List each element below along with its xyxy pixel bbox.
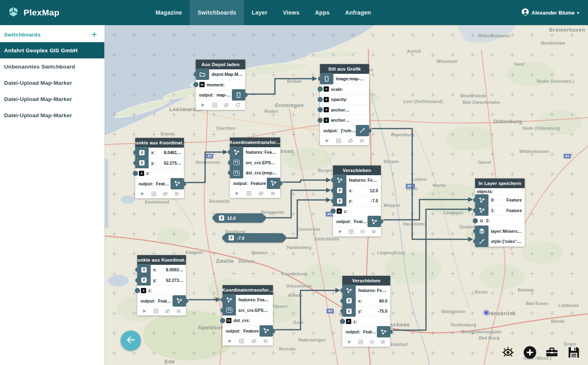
- row-value[interactable]: Map-M…: [225, 72, 245, 77]
- row-value[interactable]: 8.0481…: [164, 150, 184, 155]
- port-text-in[interactable]: T1: [223, 305, 236, 316]
- list-icon[interactable]: [380, 339, 386, 345]
- row-value[interactable]: Feature: [354, 219, 368, 224]
- row-value[interactable]: Feature: [377, 288, 390, 293]
- row-value[interactable]: 52.273…: [166, 278, 186, 283]
- port-hash-in[interactable]: #: [318, 118, 329, 123]
- port-hash-in[interactable]: #: [137, 264, 151, 275]
- node-title[interactable]: Punkte aus Koordinat…: [137, 255, 186, 265]
- port-feature-in[interactable]: [223, 294, 236, 305]
- port-folder-in[interactable]: [196, 69, 209, 80]
- row-value[interactable]: Feature: [158, 298, 173, 303]
- switchboard-canvas[interactable]: BremerhavenWilhelmshavenNordenhamAurichW…: [104, 25, 588, 365]
- list-icon[interactable]: [263, 338, 268, 344]
- nav-item-anfragen[interactable]: Anfragen: [337, 0, 379, 25]
- play-icon[interactable]: [227, 338, 233, 344]
- node-versch2[interactable]: Verschiebenfeatures:Feature#x:80.0#y:-75…: [342, 276, 390, 347]
- port-hash-in[interactable]: #: [331, 208, 342, 214]
- port-feature-out[interactable]: [259, 325, 273, 337]
- port-feature-in[interactable]: [230, 146, 243, 158]
- node-title[interactable]: Punkte aus Koordinat…: [135, 138, 184, 148]
- port-feature-in[interactable]: [475, 194, 489, 206]
- port-text-in[interactable]: T1: [230, 157, 243, 168]
- row-value[interactable]: -7.0: [371, 198, 381, 203]
- port-text-in[interactable]: T1: [230, 167, 243, 178]
- toolbox-button[interactable]: [545, 346, 559, 359]
- port-brush-out[interactable]: [356, 125, 369, 136]
- list-icon[interactable]: [174, 191, 179, 197]
- add-node-button[interactable]: [523, 346, 537, 359]
- port-feature-out[interactable]: [171, 178, 184, 189]
- sidebar-item[interactable]: Datei-Upload Map-Marker: [0, 107, 104, 123]
- back-button[interactable]: [121, 331, 141, 351]
- list-icon[interactable]: [176, 308, 182, 314]
- sidebar-item[interactable]: Datei-Upload Map-Marker: [0, 91, 104, 107]
- row-value[interactable]: Feature: [264, 150, 280, 155]
- node-title[interactable]: Stil aus Grafik: [320, 64, 369, 74]
- port-feature-out[interactable]: [377, 326, 390, 337]
- port-feature-out[interactable]: [267, 178, 280, 189]
- play-icon[interactable]: [200, 102, 206, 108]
- box-icon[interactable]: [212, 102, 218, 108]
- port-ring-in[interactable]: [473, 218, 484, 223]
- row-value[interactable]: Feature: [506, 198, 525, 202]
- port-file-in[interactable]: [320, 73, 333, 84]
- nav-item-switchboards[interactable]: Switchboards: [190, 0, 244, 25]
- port-hash-in[interactable]: #: [135, 147, 149, 158]
- play-icon[interactable]: [142, 308, 147, 314]
- eye-icon[interactable]: [369, 339, 375, 345]
- port-hash-in[interactable]: #: [135, 157, 149, 169]
- port-file-out[interactable]: [232, 89, 245, 101]
- row-value[interactable]: map-m…: [350, 76, 369, 81]
- port-hash-in[interactable]: #: [135, 288, 146, 293]
- nav-item-layer[interactable]: Layer: [244, 0, 275, 25]
- row-value[interactable]: Feature: [156, 181, 171, 186]
- box-icon[interactable]: [348, 229, 354, 234]
- row-value[interactable]: {'rules':…: [341, 128, 356, 133]
- play-icon[interactable]: [140, 191, 145, 197]
- row-value[interactable]: Feature: [251, 181, 266, 186]
- node-title[interactable]: In Layer speichern: [475, 178, 525, 188]
- eye-off-icon[interactable]: [223, 102, 229, 108]
- row-value[interactable]: 80.0: [379, 298, 390, 303]
- row-value[interactable]: Feature: [506, 208, 525, 213]
- eye-off-icon[interactable]: [164, 308, 170, 314]
- row-value[interactable]: EPSG:…: [255, 308, 273, 313]
- node-punkte2[interactable]: Punkte aus Koordinat…#x:8.0592…#y:52.273…: [137, 255, 186, 316]
- box-icon[interactable]: [246, 191, 252, 196]
- node-versch1[interactable]: Verschiebenfeatures:Feature#x:12.0#y:-7.…: [333, 165, 381, 236]
- eye-off-icon[interactable]: [348, 138, 353, 144]
- node-title[interactable]: Koordinatentransfor…: [230, 137, 280, 147]
- eye-off-icon[interactable]: [251, 338, 257, 344]
- row-value[interactable]: 12.0: [370, 188, 381, 193]
- sidebar-item[interactable]: Datei-Upload Map-Marker: [0, 75, 104, 91]
- nav-item-apps[interactable]: Apps: [307, 0, 337, 25]
- node-title[interactable]: Koordinatentransfor…: [223, 285, 273, 295]
- port-hash-in[interactable]: #: [342, 295, 356, 307]
- nav-item-views[interactable]: Views: [275, 0, 307, 25]
- node-title[interactable]: Aus Depot laden: [196, 60, 245, 69]
- value-chip[interactable]: #12.0: [214, 213, 264, 223]
- value-chip[interactable]: #-7.0: [224, 233, 284, 243]
- row-value[interactable]: EPSG:…: [262, 160, 280, 165]
- port-hash-in[interactable]: #: [318, 107, 329, 112]
- list-icon[interactable]: [371, 229, 376, 234]
- port-hash-in[interactable]: #: [333, 185, 346, 196]
- sidebar-item[interactable]: Unbenanntes Switchboard: [0, 58, 104, 75]
- port-hash-in[interactable]: #: [137, 275, 151, 286]
- row-value[interactable]: (empty): [262, 170, 280, 175]
- node-title[interactable]: Verschieben: [342, 276, 390, 286]
- port-hash-in[interactable]: #: [340, 319, 351, 324]
- toggle-visibility-button[interactable]: [501, 346, 515, 359]
- refresh-icon[interactable]: [235, 102, 241, 108]
- node-stil[interactable]: Stil aus Grafikimage:map-m…#scale:#opaci…: [320, 64, 369, 145]
- box-icon[interactable]: [336, 138, 342, 144]
- box-icon[interactable]: [153, 308, 159, 314]
- box-icon[interactable]: [151, 191, 157, 197]
- node-layer[interactable]: In Layer speichernobjects:0:Feature1:Fea…: [475, 178, 525, 247]
- node-koord1[interactable]: Koordinatentransfor…features:FeatureT1sr…: [230, 137, 280, 198]
- node-punkte1[interactable]: Punkte aus Koordinat…#x:8.0481…#y:52.275…: [135, 138, 184, 198]
- port-feature-out[interactable]: [173, 295, 186, 307]
- play-icon[interactable]: [347, 339, 352, 345]
- chip-value[interactable]: 12.0: [227, 216, 236, 221]
